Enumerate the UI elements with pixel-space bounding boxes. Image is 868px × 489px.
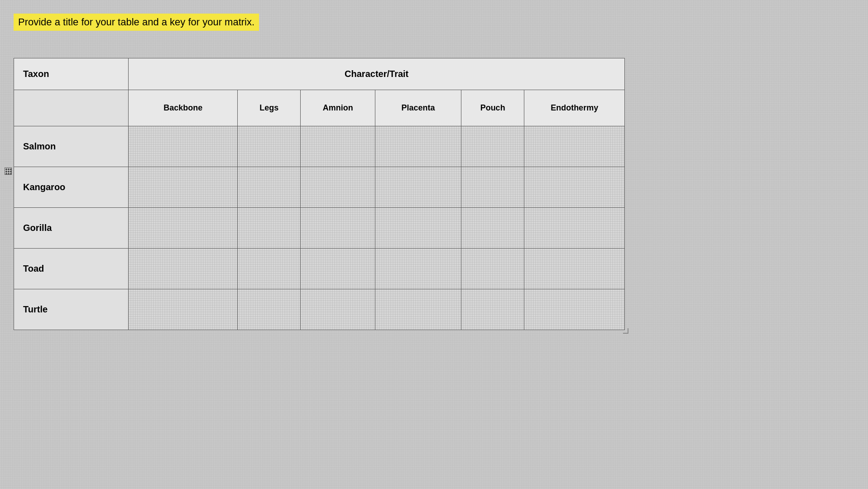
value-cell[interactable]: [524, 208, 625, 249]
value-cell[interactable]: [375, 249, 461, 289]
pouch-header: Pouch: [461, 90, 524, 126]
backbone-header: Backbone: [129, 90, 238, 126]
taxon-cell[interactable]: Salmon: [14, 126, 129, 167]
value-cell[interactable]: [237, 126, 300, 167]
move-handle[interactable]: [5, 168, 12, 175]
value-cell[interactable]: [461, 208, 524, 249]
table-row: Salmon: [14, 126, 625, 167]
value-cell[interactable]: [237, 249, 300, 289]
taxon-cell[interactable]: Toad: [14, 249, 129, 289]
value-cell[interactable]: [301, 126, 375, 167]
taxon-cell[interactable]: Gorilla: [14, 208, 129, 249]
value-cell[interactable]: [237, 167, 300, 208]
instruction-text: Provide a title for your table and a key…: [18, 16, 254, 28]
table-container: Taxon Character/Trait Backbone Legs: [14, 58, 854, 332]
sub-header-row: Backbone Legs Amnion Placenta Pouch: [14, 90, 625, 126]
value-cell[interactable]: [301, 208, 375, 249]
value-cell[interactable]: [237, 208, 300, 249]
matrix-table: Taxon Character/Trait Backbone Legs: [14, 58, 625, 330]
endothermy-header: Endothermy: [524, 90, 625, 126]
placenta-header: Placenta: [375, 90, 461, 126]
main-header-row: Taxon Character/Trait: [14, 58, 625, 90]
taxon-cell[interactable]: Kangaroo: [14, 167, 129, 208]
resize-handle[interactable]: [623, 328, 628, 334]
taxon-main-header: Taxon: [14, 58, 129, 90]
value-cell[interactable]: [129, 249, 238, 289]
trait-main-header: Character/Trait: [129, 58, 625, 90]
value-cell[interactable]: [375, 126, 461, 167]
table-row: Toad: [14, 249, 625, 289]
amnion-header: Amnion: [301, 90, 375, 126]
table-row: Turtle: [14, 289, 625, 330]
value-cell[interactable]: [375, 289, 461, 330]
value-cell[interactable]: [301, 167, 375, 208]
table-row: Gorilla: [14, 208, 625, 249]
value-cell[interactable]: [375, 167, 461, 208]
value-cell[interactable]: [524, 126, 625, 167]
value-cell[interactable]: [524, 289, 625, 330]
value-cell[interactable]: [301, 289, 375, 330]
legs-header: Legs: [237, 90, 300, 126]
value-cell[interactable]: [301, 249, 375, 289]
value-cell[interactable]: [461, 289, 524, 330]
instruction-banner: Provide a title for your table and a key…: [14, 14, 259, 31]
value-cell[interactable]: [461, 249, 524, 289]
value-cell[interactable]: [375, 208, 461, 249]
value-cell[interactable]: [461, 167, 524, 208]
value-cell[interactable]: [237, 289, 300, 330]
table-row: Kangaroo: [14, 167, 625, 208]
value-cell[interactable]: [461, 126, 524, 167]
taxon-cell[interactable]: Turtle: [14, 289, 129, 330]
value-cell[interactable]: [524, 167, 625, 208]
value-cell[interactable]: [524, 249, 625, 289]
value-cell[interactable]: [129, 208, 238, 249]
taxon-sub-header: [14, 90, 129, 126]
value-cell[interactable]: [129, 126, 238, 167]
value-cell[interactable]: [129, 167, 238, 208]
value-cell[interactable]: [129, 289, 238, 330]
